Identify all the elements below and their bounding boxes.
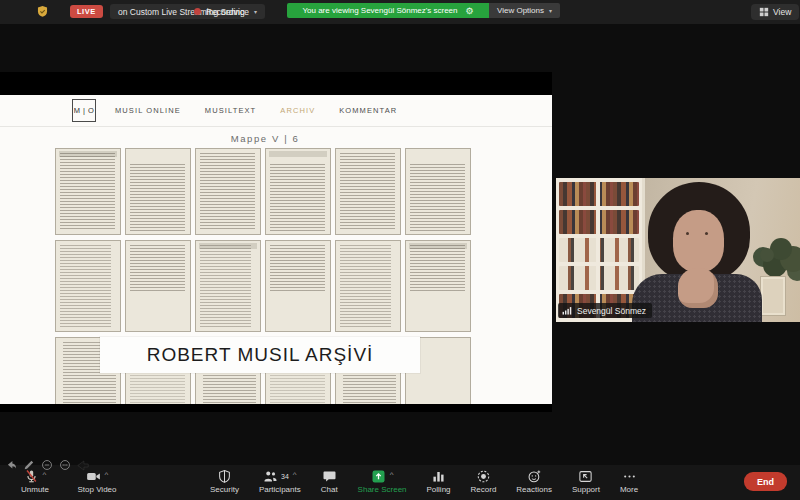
manuscript-thumbnail[interactable] (195, 148, 261, 235)
site-header: M | O MUSIL ONLINEMUSILTEXTARCHIVKOMMENT… (0, 95, 552, 127)
support-icon (578, 469, 593, 484)
site-nav: MUSIL ONLINEMUSILTEXTARCHIVKOMMENTAR (115, 106, 397, 115)
security-shield-icon (217, 469, 232, 484)
manuscript-thumbnail[interactable] (265, 240, 331, 332)
toolbar-polling-button[interactable]: Polling (423, 468, 455, 494)
dots-tool-icon[interactable] (58, 458, 72, 472)
toolbar-item-label: Support (572, 485, 600, 494)
gold-shield-icon (36, 5, 49, 18)
manuscript-thumbnail[interactable] (55, 148, 121, 235)
view-options-button[interactable]: View Options ▾ (489, 3, 560, 18)
toolbar-participants-button[interactable]: 34^Participants (255, 468, 305, 494)
toolbar-support-button[interactable]: Support (568, 468, 604, 494)
end-meeting-button[interactable]: End (744, 472, 787, 491)
participants-icon (263, 469, 278, 484)
view-button[interactable]: View (751, 4, 799, 20)
recording-indicator: Recording (194, 4, 245, 19)
share-screen-icon (371, 469, 386, 484)
manuscript-thumbnail[interactable] (265, 148, 331, 235)
live-badge: LIVE (70, 5, 103, 18)
site-logo[interactable]: M | O (72, 99, 96, 122)
toolbar-more-button[interactable]: More (616, 468, 642, 494)
toolbar-item-label: Stop Video (78, 485, 117, 494)
participant-hands (678, 268, 718, 308)
manuscript-thumbnail[interactable] (125, 148, 191, 235)
polling-icon (431, 469, 446, 484)
toolbar-item-label: Polling (427, 485, 451, 494)
plant (760, 248, 774, 262)
manuscript-thumbnail[interactable] (405, 148, 471, 235)
toolbar-item-label: Security (210, 485, 239, 494)
meeting-toolbar: ^Unmute^Stop Video Security34^Participan… (0, 465, 800, 500)
nav-item-musiltext[interactable]: MUSILTEXT (205, 106, 256, 115)
chat-icon (322, 469, 337, 484)
slide-title-overlay: ROBERT MUSIL ARŞİVİ (100, 337, 420, 373)
grid-view-icon (759, 7, 769, 17)
participant-video: Sevengül Sönmez (556, 178, 800, 322)
viewing-banner-text: You are viewing Sevengül Sönmez's screen (302, 6, 457, 15)
toolbar-reactions-button[interactable]: Reactions (512, 468, 556, 494)
circle-tool-icon[interactable] (40, 458, 54, 472)
manuscript-thumbnail[interactable] (335, 240, 401, 332)
toolbar-center-group: Security34^ParticipantsChat^Share Screen… (206, 468, 642, 494)
musil-online-website: M | O MUSIL ONLINEMUSILTEXTARCHIVKOMMENT… (0, 95, 552, 404)
manuscript-thumbnail[interactable] (195, 240, 261, 332)
recording-label: Recording (206, 7, 245, 17)
manuscript-thumbnail[interactable] (335, 148, 401, 235)
book-row (559, 266, 639, 290)
annotation-toolbar (4, 458, 90, 472)
pencil-icon[interactable] (22, 458, 36, 472)
nav-item-archiv[interactable]: ARCHIV (280, 106, 315, 115)
toolbar-share-screen-button[interactable]: ^Share Screen (354, 468, 411, 494)
zoom-meeting-window: LIVE on Custom Live Streaming Service ▾ … (0, 0, 800, 500)
toolbar-item-label: Participants (259, 485, 301, 494)
manuscript-thumbnail[interactable] (55, 240, 121, 332)
toolbar-security-button[interactable]: Security (206, 468, 243, 494)
nav-item-kommentar[interactable]: KOMMENTAR (339, 106, 397, 115)
record-icon (476, 469, 491, 484)
page-title: Mappe V | 6 (0, 133, 530, 144)
undo-arrow-icon[interactable] (4, 458, 18, 472)
reactions-icon (527, 469, 542, 484)
chevron-up-icon[interactable]: ^ (105, 470, 109, 479)
view-button-label: View (773, 7, 791, 17)
recording-dot-icon (194, 8, 201, 15)
participant-name-tag: Sevengül Sönmez (558, 303, 652, 318)
more-icon (622, 469, 637, 484)
view-options-label: View Options (497, 6, 544, 15)
toolbar-item-label: More (620, 485, 638, 494)
caret-down-icon: ▾ (254, 8, 257, 15)
shared-screen-region: M | O MUSIL ONLINEMUSILTEXTARCHIVKOMMENT… (0, 72, 552, 412)
book-row (559, 210, 639, 234)
viewing-screen-banner: You are viewing Sevengül Sönmez's screen… (287, 3, 489, 18)
picture-frame (760, 276, 786, 316)
toolbar-item-label: Record (471, 485, 497, 494)
book-row (559, 238, 639, 262)
chevron-up-icon[interactable]: ^ (293, 470, 297, 479)
book-row (559, 182, 639, 206)
caret-down-icon: ▾ (549, 7, 552, 14)
toolbar-item-label: Share Screen (358, 485, 407, 494)
toolbar-item-label: Reactions (516, 485, 552, 494)
mouse-cursor-icon (76, 458, 90, 472)
nav-item-musil-online[interactable]: MUSIL ONLINE (115, 106, 181, 115)
manuscript-thumbnail[interactable] (405, 240, 471, 332)
top-status-bar: LIVE on Custom Live Streaming Service ▾ … (0, 0, 800, 24)
toolbar-record-button[interactable]: Record (467, 468, 501, 494)
toolbar-chat-button[interactable]: Chat (317, 468, 342, 494)
participant-name: Sevengül Sönmez (577, 306, 646, 316)
audio-level-icon (562, 306, 573, 315)
participant-face (673, 210, 724, 272)
toolbar-item-label: Unmute (21, 485, 49, 494)
participants-count: 34 (281, 473, 289, 480)
chevron-up-icon[interactable]: ^ (390, 470, 394, 479)
manuscript-thumbnail[interactable] (125, 240, 191, 332)
toolbar-item-label: Chat (321, 485, 338, 494)
